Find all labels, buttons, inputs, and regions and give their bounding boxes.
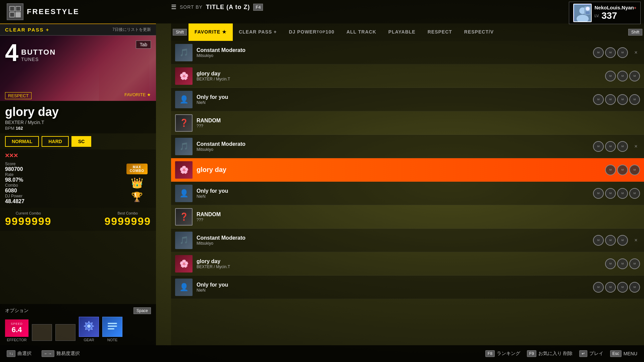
update-text: 7日後にリストを更新 [112,27,151,33]
esc-badge: Esc [610,350,622,357]
note-slot[interactable] [102,317,122,337]
diff-circle: M [617,188,628,199]
diff-circle: M [605,141,616,152]
score-col: Score 980700 Rate 98.07% Combo 6080 DJ P… [5,162,123,204]
close-button[interactable]: × [632,49,640,57]
song-row-title: Only for you [197,94,589,100]
song-row-artist: BEXTER / Mycin.T [197,77,601,81]
song-info: Constant ModeratoMitsukiyo [197,141,589,152]
song-info: Only for youNieN [197,94,589,105]
space-badge[interactable]: Space [133,307,151,314]
diff-circle: M [617,141,628,152]
speed-box[interactable]: SPEED 6.4 [5,319,29,337]
song-thumbnail: ❓ [175,114,193,132]
song-info: Only for youNieN [197,282,589,293]
song-row-title: glory day [197,166,601,174]
diff-circle: M [593,94,604,105]
menu-key: Esc MENU [610,350,637,357]
diff-circle: M [617,282,628,293]
diff-circle: M [617,71,628,81]
song-row-title: Constant Moderato [197,141,589,147]
best-combo-value: 9999999 [104,215,151,228]
score-value: 980700 [5,166,123,172]
left-panel: CLEAR PASS + 7日後にリストを更新 4 BUTTON TUNES T… [0,23,156,345]
diff-hard-button[interactable]: HARD [42,136,68,147]
djpower-value: 48.4827 [5,198,123,204]
diff-circle: M [593,235,604,246]
level-label: LV. [594,14,599,18]
speed-value: 6.4 [12,325,22,334]
favorite-label: FAVORITE ★ [124,92,151,99]
speed-label: SPEED [11,322,23,325]
tab-favorite[interactable]: FAVORITE ★ [189,23,233,41]
djpower-label: DJ Power [5,194,123,198]
song-row[interactable]: 🌸glory dayBEXTER / Mycin.TMMM [171,64,644,88]
song-row[interactable]: 🎵Constant ModeratoMitsukiyoMMM× [171,135,644,158]
diff-sc-button[interactable]: SC [71,136,91,147]
song-title-area: glory day BEXTER / Mycin.T BPM 162 [0,101,156,133]
option-slot-1[interactable] [32,324,52,341]
gear-col: GEAR [79,317,99,342]
song-row[interactable]: 🎵Constant ModeratoMitsukiyoMMM× [171,229,644,252]
tab-respect[interactable]: RESPECT [422,23,458,41]
shift-right-key[interactable]: Shift [628,29,642,36]
clear-pass-title: CLEAR PASS + [5,27,50,33]
gear-slot[interactable] [79,317,99,337]
song-info: glory dayBEXTER / Mycin.T [197,258,601,269]
tab-dj-power[interactable]: DJ POWER TOP100 [283,23,340,41]
leftright-badge: ←→ [42,350,54,357]
favorites-del-key: F9 お気に入り 削除 [527,350,573,357]
current-combo-label: Current Combo [16,211,41,215]
song-info: Constant ModeratoMitsukiyo [197,235,589,246]
song-row[interactable]: 👤Only for youNieNMMMM [171,88,644,111]
tab-badge[interactable]: Tab [136,41,151,49]
close-button[interactable]: × [632,236,640,244]
diff-select-key: ←→ 難易度選択 [42,350,80,357]
song-row-artist: NieN [197,288,589,293]
tab-playable[interactable]: PLAYABLE [382,23,422,41]
combo-area: Current Combo 9999999 Best Combo 9999999 [0,208,156,231]
song-list[interactable]: 🎵Constant ModeratoMitsukiyoMMM×🌸glory da… [171,41,644,345]
user-level-row: LV. 337 [594,10,636,21]
song-row[interactable]: 🎵Constant ModeratoMitsukiyoMMM× [171,41,644,64]
song-row[interactable]: 🌸glory dayMMM [171,158,644,182]
tab-respect-v[interactable]: RESPECT/V [458,23,500,41]
svg-rect-1 [16,6,20,11]
diff-circle: M [629,71,640,81]
diff-circle: M [605,165,616,175]
play-key: ↵ プレイ [579,350,603,357]
favorites-del-label: お気に入り 削除 [538,351,573,357]
song-row[interactable]: 👤Only for youNieNMMMM [171,182,644,205]
svg-rect-15 [108,328,114,329]
option-slot-2[interactable] [55,324,75,341]
best-combo-col: Best Combo 9999999 [104,211,151,228]
f9-badge: F9 [527,350,536,357]
sort-value: TITLE (A to Z) [206,4,250,11]
top-bar: FREESTYLE ☰ SORT BY TITLE (A to Z) F4 Ne… [0,0,644,23]
button-label: BUTTON [21,48,56,57]
current-combo-value: 9999999 [5,215,52,228]
song-row-artist: Mitsukiyo [197,53,589,58]
song-row-title: glory day [197,258,601,264]
song-row[interactable]: 🌸glory dayBEXTER / Mycin.TMMM [171,252,644,276]
button-sublabel: TUNES [21,57,56,62]
grade-row: ××× [5,151,151,160]
tab-clear-pass[interactable]: CLEAR PASS + [233,23,283,41]
diff-icons: MMM [605,165,640,175]
song-row-title: Only for you [197,188,589,194]
tab-all-track[interactable]: ALL TRACK [340,23,382,41]
shift-left-key[interactable]: Shift [173,29,187,36]
song-row[interactable]: ❓RANDOM??? [171,111,644,135]
svg-rect-2 [10,12,14,17]
diff-normal-button[interactable]: NORMAL [5,136,39,147]
song-row[interactable]: ❓RANDOM??? [171,205,644,229]
options-area: オプション Space SPEED 6.4 EFFECTOR [0,304,156,345]
diff-circle: M [593,141,604,152]
diff-circle: M [617,94,628,105]
max-combo-badge: MAX COMBO [126,164,148,174]
diff-circle: M [617,165,628,175]
sort-key[interactable]: F4 [253,4,263,11]
diff-circle: M [617,235,628,246]
song-row[interactable]: 👤Only for youNieNMMMM [171,276,644,299]
close-button[interactable]: × [632,142,640,150]
